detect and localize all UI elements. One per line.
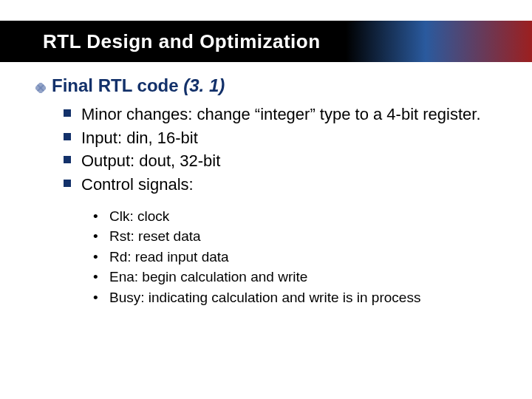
list-item: Ena: begin calculation and write [93,267,502,287]
list-item: Input: din, 16-bit [64,127,502,149]
list-item: Output: dout, 32-bit [64,150,502,172]
list-item: Control signals: [64,174,502,196]
list-item: Rst: reset data [93,226,502,247]
list-item: Rd: read input data [93,247,502,267]
title-bar: RTL Design and Optimization [0,21,532,62]
slide-title: RTL Design and Optimization [43,30,321,53]
bullet-list: Minor changes: change “integer” type to … [35,103,502,196]
slide-content: Final RTL code (3. 1) Minor changes: cha… [0,62,532,307]
list-item: Minor changes: change “integer” type to … [64,103,502,126]
slide: RTL Design and Optimization Final RTL co… [0,21,532,399]
heading-text: Final RTL code (3. 1) [52,75,225,96]
list-item: Clk: clock [93,206,502,227]
sub-bullet-list: Clk: clock Rst: reset data Rd: read inpu… [35,206,502,308]
list-item: Busy: indicating calculation and write i… [93,287,502,308]
heading-prefix: Final RTL code [52,75,183,95]
diamond-bullet-icon [35,83,46,93]
heading-suffix: (3. 1) [183,75,225,95]
heading-row: Final RTL code (3. 1) [35,75,502,96]
